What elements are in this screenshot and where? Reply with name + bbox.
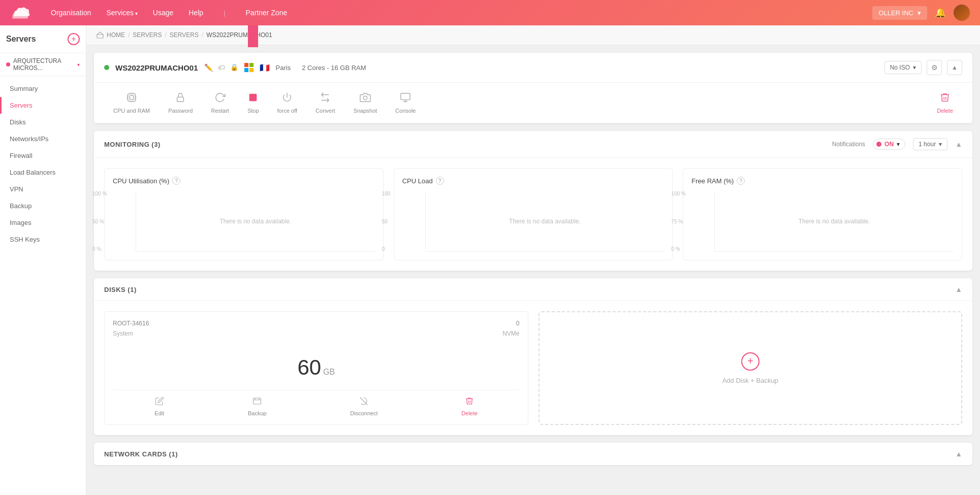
disks-header: DISKS (1) ▲ (94, 278, 972, 301)
notifications-toggle[interactable]: ON ▾ (873, 139, 905, 150)
free-ram-help-icon[interactable]: ? (737, 177, 745, 185)
add-disk-label: Add Disk + Backup (722, 377, 778, 384)
nav-partner-zone[interactable]: Partner Zone (246, 9, 288, 17)
notification-bell[interactable]: 🔔 (935, 7, 946, 18)
stop-button[interactable]: Stop (238, 88, 268, 118)
server-header: WS2022PRUMACHO01 ✏️ 🏷 🔒 🇫🇷 Paris 2 Cores… (94, 53, 972, 83)
convert-button[interactable]: Convert (306, 88, 344, 118)
breadcrumb-home[interactable]: HOME (107, 31, 125, 39)
svg-rect-7 (401, 93, 410, 100)
restart-icon (214, 92, 226, 106)
disk-edit-label: Edit (154, 410, 164, 416)
edit-icon[interactable]: ✏️ (204, 63, 213, 72)
disk-disconnect-button[interactable]: Disconnect (350, 397, 377, 416)
settings-button[interactable]: ⚙ (927, 60, 942, 75)
windows-logo (244, 63, 254, 72)
avatar[interactable] (954, 5, 970, 21)
svg-rect-2 (130, 95, 133, 99)
notifications-label: Notifications (832, 141, 865, 148)
breadcrumb-servers-2[interactable]: SERVERS (170, 31, 199, 39)
sidebar-item-firewall[interactable]: Firewall (0, 147, 86, 164)
sidebar-item-ssh-keys[interactable]: SSH Keys (0, 231, 86, 248)
breadcrumb-servers-1[interactable]: SERVERS (133, 31, 162, 39)
sidebar-org[interactable]: ARQUITECTURA MICROS... ▾ (0, 53, 86, 76)
add-disk-card[interactable]: + Add Disk + Backup (539, 311, 963, 425)
cpu-ram-button[interactable]: CPU and RAM (104, 88, 159, 118)
breadcrumb-sep-1: / (128, 31, 130, 39)
cpu-util-y-labels: 100 % 50 % 0 % (92, 191, 107, 252)
cpu-ram-label: CPU and RAM (113, 108, 150, 114)
sidebar-item-vpn[interactable]: VPN (0, 181, 86, 197)
cpu-util-y-top: 100 % (92, 191, 107, 196)
console-button[interactable]: Console (386, 88, 425, 118)
cpu-util-no-data: There is no data available. (219, 218, 291, 225)
disk-delete-icon (465, 397, 474, 408)
snapshot-button[interactable]: Snapshot (344, 88, 386, 118)
sidebar-item-servers[interactable]: Servers (0, 97, 86, 114)
france-flag: 🇫🇷 (260, 63, 270, 73)
nav-organisation[interactable]: Organisation (51, 9, 91, 17)
lock-icon[interactable]: 🔒 (230, 63, 238, 72)
sidebar-item-images[interactable]: Images (0, 214, 86, 231)
disk-size-num: 60 (297, 355, 321, 379)
org-selector[interactable]: OLLER INC ▾ (872, 6, 927, 20)
cpu-util-label: CPU Utilisation (%) (113, 177, 169, 185)
charts-grid: CPU Utilisation (%) ? 100 % 50 % 0 % The… (94, 158, 972, 271)
delete-button[interactable]: Delete (928, 88, 962, 118)
free-ram-y-mid: 75 % (671, 219, 685, 224)
iso-selector[interactable]: No ISO ▾ (884, 61, 922, 74)
monitoring-controls: Notifications ON ▾ 1 hour ▾ ▲ (832, 138, 962, 150)
monitoring-title: MONITORING (3) (104, 141, 161, 148)
sidebar-item-backup[interactable]: Backup (0, 197, 86, 214)
expand-button[interactable]: ▲ (947, 60, 962, 75)
time-period-selector[interactable]: 1 hour ▾ (913, 138, 947, 150)
home-icon (97, 31, 104, 39)
sidebar-item-disks[interactable]: Disks (0, 114, 86, 130)
cpu-load-no-data: There is no data available. (509, 218, 581, 225)
nav-help[interactable]: Help (188, 9, 203, 17)
cpu-util-y-mid: 50 % (92, 219, 107, 224)
chart-title-cpu-util: CPU Utilisation (%) ? (113, 177, 375, 185)
svg-rect-8 (254, 398, 261, 404)
cpu-load-help-icon[interactable]: ? (436, 177, 444, 185)
sidebar-item-summary[interactable]: Summary (0, 80, 86, 97)
cpu-load-y-mid: 50 (382, 219, 391, 224)
monitoring-collapse-icon[interactable]: ▲ (955, 140, 962, 148)
restart-label: Restart (211, 108, 229, 114)
cpu-util-chart: There is no data available. (136, 191, 375, 252)
cpu-util-help-icon[interactable]: ? (172, 177, 180, 185)
disk-name: ROOT-34616 (113, 320, 149, 327)
nav-services[interactable]: Services (106, 9, 137, 17)
server-status-dot (104, 65, 109, 70)
sidebar-nav: Summary Servers Disks Networks/IPs Firew… (0, 76, 86, 495)
add-server-button[interactable]: + (68, 33, 80, 45)
disk-backup-button[interactable]: Backup (248, 397, 267, 416)
nav-usage[interactable]: Usage (153, 9, 173, 17)
sidebar-item-load-balancers[interactable]: Load Balancers (0, 164, 86, 181)
delete-icon (939, 92, 951, 106)
cpu-load-y-bot: 0 (382, 246, 391, 252)
password-button[interactable]: Password (159, 88, 202, 118)
cpu-load-chart-area: 100 50 0 There is no data available. (402, 191, 665, 252)
disk-edit-button[interactable]: Edit (154, 397, 164, 416)
iso-dropdown-icon: ▾ (913, 64, 916, 71)
server-specs: 2 Cores - 16 GB RAM (302, 64, 366, 72)
network-collapse-icon[interactable]: ▲ (955, 450, 962, 458)
tag-icon[interactable]: 🏷 (218, 63, 225, 72)
disk-actions: Edit Backup Disconnect (113, 390, 520, 416)
time-period-label: 1 hour (919, 141, 936, 148)
sidebar-item-networks-ips[interactable]: Networks/IPs (0, 130, 86, 147)
disk-backup-icon (252, 397, 262, 408)
force-off-button[interactable]: force off (268, 88, 307, 118)
disk-edit-icon (155, 397, 164, 408)
logo[interactable] (10, 5, 36, 20)
delete-label: Delete (937, 108, 953, 114)
password-icon (175, 92, 186, 106)
chart-title-cpu-load: CPU Load ? (402, 177, 665, 185)
disks-collapse-icon[interactable]: ▲ (955, 285, 962, 293)
disk-disconnect-icon (359, 397, 368, 408)
restart-button[interactable]: Restart (202, 88, 238, 118)
disk-sub-header: System NVMe (113, 330, 520, 337)
disk-delete-button[interactable]: Delete (461, 397, 478, 416)
stop-annotation-wrapper: Stop 1 (238, 88, 268, 118)
